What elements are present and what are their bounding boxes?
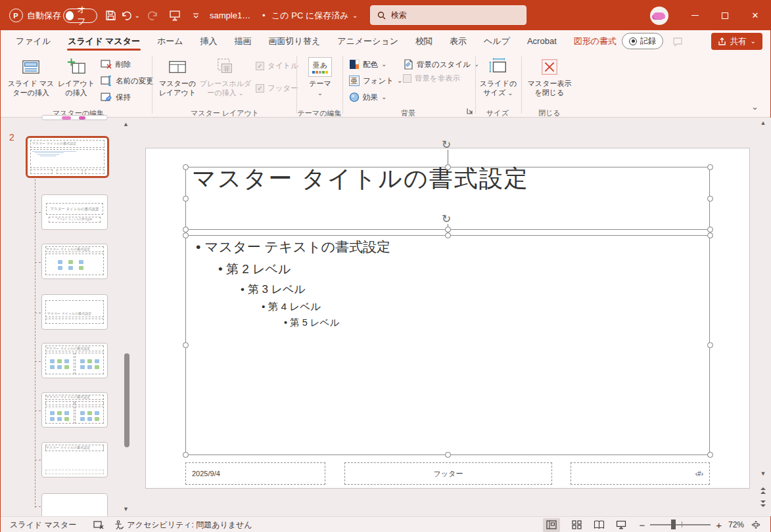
collapse-ribbon-chevron[interactable]: ⌄: [751, 102, 759, 112]
insert-placeholder-button[interactable]: プレースホルダーの挿入 ⌄: [199, 55, 252, 107]
slide-sorter-view-button[interactable]: [568, 518, 585, 532]
dialog-launcher-icon[interactable]: [466, 107, 474, 115]
zoom-in-button[interactable]: +: [716, 520, 722, 531]
tab-slide-master[interactable]: スライド マスター: [59, 30, 149, 52]
thumbnail-slide-master[interactable]: マスター タイトルの書式設定: [26, 136, 109, 178]
thumbnail-partial-top[interactable]: [41, 115, 108, 120]
selection-handle[interactable]: [707, 227, 713, 233]
insert-slide-master-button[interactable]: スライド マスターの挿入: [7, 55, 55, 107]
selection-handle[interactable]: [183, 452, 189, 458]
insert-layout-button[interactable]: レイアウトの挿入: [55, 55, 98, 107]
next-slide-button[interactable]: [758, 500, 768, 508]
footer-placeholder[interactable]: フッター: [344, 462, 552, 485]
selection-handle[interactable]: [707, 342, 713, 348]
tab-animations[interactable]: アニメーション: [329, 30, 407, 52]
selection-handle[interactable]: [445, 452, 451, 458]
scroll-down-icon[interactable]: ▼: [758, 471, 768, 477]
thumbnail-title-slide-layout[interactable]: マスター タイトルの書式設定 マスター タイトルの書式設定: [41, 194, 108, 230]
previous-slide-button[interactable]: [758, 487, 768, 495]
thumbnail-title-content-layout[interactable]: マスター タイトルの書式設定: [41, 244, 108, 279]
selection-handle[interactable]: [445, 164, 451, 170]
quick-access-toolbar-chevron[interactable]: [186, 1, 206, 30]
delete-button[interactable]: 削除: [101, 57, 131, 72]
zoom-level[interactable]: 72%: [728, 520, 744, 529]
zoom-slider[interactable]: [650, 524, 711, 525]
fonts-button[interactable]: 亜 フォント⌄: [349, 74, 402, 88]
tab-file[interactable]: ファイル: [7, 30, 59, 52]
selection-handle[interactable]: [183, 227, 189, 233]
redo-button[interactable]: [143, 1, 162, 30]
preserve-button[interactable]: 保持: [101, 90, 131, 104]
normal-view-button[interactable]: [543, 518, 560, 532]
rename-button[interactable]: 名前の変更: [101, 74, 154, 88]
scroll-up-icon[interactable]: ▲: [758, 120, 768, 126]
view-status-label[interactable]: スライド マスター: [10, 520, 76, 531]
selection-handle[interactable]: [445, 233, 451, 238]
selection-handle[interactable]: [445, 227, 451, 233]
rotate-handle[interactable]: ↻: [442, 139, 451, 150]
themes-button[interactable]: 亜あ テーマ⌄: [300, 55, 340, 107]
tab-draw[interactable]: 描画: [226, 30, 260, 52]
accessibility-status[interactable]: アクセシビリティ: 問題ありません: [114, 520, 252, 531]
panel-scroll-down-icon[interactable]: ▼: [123, 506, 129, 512]
selection-handle[interactable]: [707, 452, 713, 458]
selection-handle[interactable]: [707, 196, 713, 202]
selection-handle[interactable]: [183, 196, 189, 202]
background-styles-button[interactable]: 背景のスタイル⌄: [403, 57, 479, 72]
thumbnail-title-only-layout[interactable]: マスター タイトルの書式設定: [41, 442, 108, 477]
undo-button[interactable]: ⌄: [120, 1, 140, 30]
footer-checkbox[interactable]: ✓ フッター: [256, 83, 298, 93]
slide-number-placeholder[interactable]: ‹#›: [571, 462, 710, 485]
slideshow-view-button[interactable]: [613, 518, 630, 532]
slide-canvas[interactable]: マスター タイトルの書式設定 マスター テキストの書式設定 第 2 レベル 第 …: [145, 148, 750, 489]
save-location[interactable]: この PC に保存済み: [271, 1, 349, 30]
display-settings-icon[interactable]: [93, 520, 104, 529]
close-button[interactable]: ✕: [740, 1, 770, 30]
close-master-view-button[interactable]: マスター表示を閉じる: [524, 55, 575, 107]
powerpoint-app-icon[interactable]: P: [7, 1, 24, 30]
tab-transitions[interactable]: 画面切り替え: [260, 30, 329, 52]
share-button[interactable]: 共有 ⌄: [711, 33, 762, 50]
master-body-text[interactable]: マスター テキストの書式設定 第 2 レベル 第 3 レベル 第 4 レベル 第…: [196, 238, 709, 329]
title-checkbox[interactable]: ✓ タイトル: [256, 61, 298, 71]
zoom-out-button[interactable]: −: [639, 520, 645, 531]
search-input[interactable]: 検索: [370, 5, 526, 25]
panel-scroll-up-icon[interactable]: ▲: [123, 122, 129, 127]
master-layout-button[interactable]: マスターのレイアウト: [157, 55, 198, 107]
selection-handle[interactable]: [183, 342, 189, 348]
record-button[interactable]: 記録: [622, 33, 663, 49]
tab-shape-format[interactable]: 図形の書式: [565, 30, 625, 52]
start-slideshow-button[interactable]: [165, 1, 185, 30]
user-avatar[interactable]: [650, 7, 668, 25]
master-title-text[interactable]: マスター タイトルの書式設定: [192, 163, 711, 195]
document-title[interactable]: sample1…: [210, 1, 250, 30]
autosave-toggle[interactable]: オフ: [63, 1, 97, 30]
save-button[interactable]: [101, 1, 120, 30]
rotate-handle[interactable]: ↻: [442, 213, 451, 225]
tab-review[interactable]: 校閲: [407, 30, 441, 52]
date-placeholder[interactable]: 2025/9/4: [185, 462, 325, 485]
thumbnail-section-header-layout[interactable]: マスター タイトルの書式設定: [41, 294, 108, 330]
selection-handle[interactable]: [707, 164, 713, 170]
fit-to-window-button[interactable]: [751, 520, 761, 529]
selection-handle[interactable]: [183, 233, 189, 238]
tab-acrobat[interactable]: Acrobat: [519, 30, 565, 52]
hide-background-checkbox[interactable]: 背景を非表示: [403, 74, 460, 83]
tab-help[interactable]: ヘルプ: [475, 30, 519, 52]
thumbnail-comparison-layout[interactable]: マスター タイトルの書式設定: [41, 392, 108, 428]
minimize-button[interactable]: [680, 1, 710, 30]
zoom-slider-thumb[interactable]: [671, 520, 676, 529]
tab-view[interactable]: 表示: [441, 30, 475, 52]
thumbnail-blank-layout[interactable]: [41, 493, 108, 520]
chevron-down-icon[interactable]: ⌄: [352, 1, 358, 30]
comments-button[interactable]: [669, 34, 686, 49]
selection-handle[interactable]: [707, 233, 713, 238]
tab-insert[interactable]: 挿入: [192, 30, 226, 52]
slide-size-button[interactable]: スライドのサイズ ⌄: [478, 55, 519, 107]
colors-button[interactable]: 配色⌄: [349, 57, 386, 72]
thumbnail-two-content-layout[interactable]: マスター タイトルの書式設定: [41, 343, 108, 378]
panel-scrollbar-thumb[interactable]: [124, 353, 129, 447]
selection-handle[interactable]: [183, 164, 189, 170]
tab-home[interactable]: ホーム: [149, 30, 192, 52]
reading-view-button[interactable]: [590, 518, 607, 532]
